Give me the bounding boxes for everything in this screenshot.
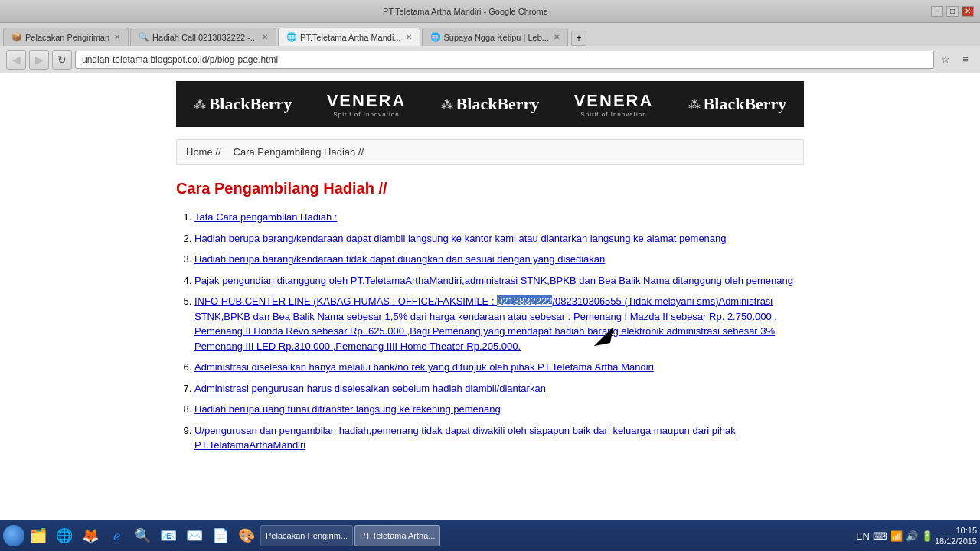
list-link-3[interactable]: Hadiah berupa barang/kendaraan tidak dap… <box>194 253 605 265</box>
minimize-button[interactable]: ─ <box>931 6 943 17</box>
list-item: Hadiah berupa barang/kendaraan tidak dap… <box>194 252 804 267</box>
tab-icon-pelacakan: 📦 <box>11 32 22 43</box>
breadcrumb-home[interactable]: Home // <box>186 146 227 158</box>
tab-pelacakan[interactable]: 📦 Pelacakan Pengiriman ✕ <box>3 28 129 46</box>
tab-close-supaya[interactable]: ✕ <box>554 33 560 41</box>
settings-button[interactable]: ≡ <box>957 51 974 68</box>
address-bar[interactable] <box>75 51 934 69</box>
battery-icon: 🔋 <box>921 530 933 542</box>
taskbar-paint-icon[interactable]: 🎨 <box>234 523 259 548</box>
banner: ⁂ BlackBerry VENERA Spirit of Innovation… <box>176 81 804 127</box>
tabs-bar: 📦 Pelacakan Pengiriman ✕ 🔍 Hadiah Call 0… <box>0 23 980 46</box>
browser-chrome: PT.Teletama Artha Mandiri - Google Chrom… <box>0 0 980 73</box>
list-link-1[interactable]: Tata Cara pengambilan Hadiah : <box>194 211 337 223</box>
page-content: ⁂ BlackBerry VENERA Spirit of Innovation… <box>161 73 819 520</box>
tab-icon-teletama: 🌐 <box>286 32 297 43</box>
tab-supaya[interactable]: 🌐 Supaya Ngga Ketipu | Leb... ✕ <box>422 28 568 46</box>
start-button[interactable] <box>3 525 24 546</box>
tab-teletama[interactable]: 🌐 PT.Teletama Artha Mandi... ✕ <box>278 28 420 46</box>
volume-icon: 🔊 <box>906 530 918 542</box>
list-item: Hadiah berupa barang/kendaraan dapat dia… <box>194 231 804 246</box>
list-item-5: INFO HUB.CENTER LINE (KABAG HUMAS : OFFI… <box>194 294 804 354</box>
tab-icon-supaya: 🌐 <box>430 32 441 43</box>
list-item: Pajak pengundian ditanggung oleh PT.Tele… <box>194 273 804 289</box>
banner-venera-1: VENERA Spirit of Innovation <box>327 91 407 118</box>
page-area: ⁂ BlackBerry VENERA Spirit of Innovation… <box>0 73 980 520</box>
breadcrumb: Home // Cara Pengambilang Hadiah // <box>176 139 804 165</box>
tab-close-pelacakan[interactable]: ✕ <box>114 33 120 41</box>
list-item: U/pengurusan dan pengambilan hadiah,peme… <box>194 423 804 453</box>
page-heading: Cara Pengambilang Hadiah // <box>176 180 804 197</box>
clock-date: 18/12/2015 <box>935 536 977 546</box>
list-item: Hadiah berupa uang tunai ditransfer lang… <box>194 402 804 417</box>
taskbar-clock: 10:15 18/12/2015 <box>935 525 977 547</box>
sys-tray: EN ⌨ 📶 🔊 🔋 <box>856 530 933 542</box>
list-item: Administrasi diselesaikan hanya melalui … <box>194 360 804 375</box>
banner-blackberry-2: ⁂ BlackBerry <box>441 94 540 114</box>
refresh-button[interactable]: ↻ <box>52 50 72 70</box>
taskbar: 🗂️ 🌐 🦊 ℯ 🔍 📧 ✉️ 📄 🎨 Pelacakan Pengirim..… <box>0 520 980 551</box>
taskbar-files-icon[interactable]: 🗂️ <box>26 523 51 548</box>
forward-button[interactable]: ▶ <box>29 50 49 70</box>
list-link-4[interactable]: Pajak pengundian ditanggung oleh PT.Tele… <box>194 275 793 286</box>
taskbar-chrome-icon[interactable]: 🌐 <box>52 523 77 548</box>
back-button[interactable]: ◀ <box>6 50 26 70</box>
nav-bar: ◀ ▶ ↻ ☆ ≡ <box>0 46 980 73</box>
taskbar-pdf-icon[interactable]: 📄 <box>208 523 233 548</box>
taskbar-email-icon[interactable]: ✉️ <box>182 523 207 548</box>
list-link-9[interactable]: U/pengurusan dan pengambilan hadiah,peme… <box>194 425 736 452</box>
taskbar-search-icon[interactable]: 🔍 <box>130 523 155 548</box>
keyboard-icon: ⌨ <box>873 530 887 542</box>
list-link-5[interactable]: INFO HUB.CENTER LINE (KABAG HUMAS : OFFI… <box>194 295 777 352</box>
banner-venera-2: VENERA Spirit of Innovation <box>574 91 654 118</box>
title-bar: PT.Teletama Artha Mandiri - Google Chrom… <box>0 0 980 23</box>
taskbar-pelacakan-label: Pelacakan Pengirim... <box>266 531 348 540</box>
taskbar-outlook-icon[interactable]: 📧 <box>156 523 181 548</box>
content-list: Tata Cara pengambilan Hadiah : Hadiah be… <box>176 210 804 453</box>
banner-blackberry-3: ⁂ BlackBerry <box>688 94 787 114</box>
tab-close-hadiah[interactable]: ✕ <box>262 33 268 41</box>
list-item: Tata Cara pengambilan Hadiah : <box>194 210 804 225</box>
new-tab-button[interactable]: + <box>571 31 586 46</box>
taskbar-teletama-label: PT.Teletama Artha... <box>360 531 435 540</box>
tab-close-teletama[interactable]: ✕ <box>406 33 412 41</box>
list-item: Administrasi pengurusan harus diselesaik… <box>194 381 804 396</box>
list-5-highlight: 0213832222 <box>497 295 552 307</box>
tab-hadiah[interactable]: 🔍 Hadiah Call 0213832222 -... ✕ <box>130 28 276 46</box>
language-indicator: EN <box>856 530 870 542</box>
taskbar-firefox-icon[interactable]: 🦊 <box>78 523 103 548</box>
taskbar-pelacakan-window[interactable]: Pelacakan Pengirim... <box>260 525 353 546</box>
network-icon: 📶 <box>890 530 903 542</box>
bookmark-button[interactable]: ☆ <box>937 51 954 68</box>
tab-icon-hadiah: 🔍 <box>139 32 149 43</box>
banner-blackberry-1: ⁂ BlackBerry <box>194 94 292 114</box>
close-button[interactable]: ✕ <box>962 6 974 17</box>
bb-icon-1: ⁂ <box>194 97 206 112</box>
list-link-8[interactable]: Hadiah berupa uang tunai ditransfer lang… <box>194 403 501 415</box>
clock-time: 10:15 <box>935 525 977 536</box>
maximize-button[interactable]: □ <box>946 6 959 17</box>
list-link-2[interactable]: Hadiah berupa barang/kendaraan dapat dia… <box>194 233 727 244</box>
list-link-7[interactable]: Administrasi pengurusan harus diselesaik… <box>194 383 546 394</box>
list-5-before: INFO HUB.CENTER LINE (KABAG HUMAS : OFFI… <box>194 295 497 307</box>
breadcrumb-current: Cara Pengambilang Hadiah // <box>227 146 371 158</box>
taskbar-ie-icon[interactable]: ℯ <box>104 523 129 548</box>
list-link-6[interactable]: Administrasi diselesaikan hanya melalui … <box>194 361 654 373</box>
taskbar-teletama-window[interactable]: PT.Teletama Artha... <box>354 525 440 546</box>
bb-icon-2: ⁂ <box>441 97 453 112</box>
bb-icon-3: ⁂ <box>688 97 701 112</box>
